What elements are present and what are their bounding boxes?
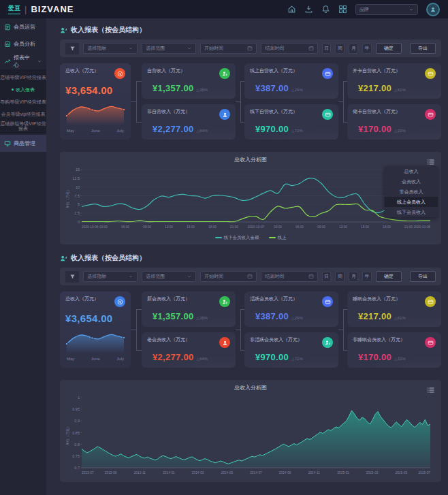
period-button-0[interactable]: 日 bbox=[322, 44, 332, 54]
card-value-row: ¥2,277.00△64% bbox=[147, 124, 230, 134]
sidebar-item-0[interactable]: 会员运营 bbox=[0, 18, 46, 35]
pie-icon bbox=[4, 41, 11, 48]
section-title-text: 收入报表（按会员结构） bbox=[71, 253, 146, 263]
card-delta: △64% bbox=[197, 128, 208, 133]
confirm-button[interactable]: 确定 bbox=[376, 43, 402, 54]
card-delta: △29% bbox=[291, 87, 303, 92]
card-header: 睡眠会员收入（万元） bbox=[353, 296, 436, 307]
sidebar-subitem-label: 导购等级VIP经营报表 bbox=[0, 99, 46, 104]
svg-text:2014-09: 2014-09 bbox=[279, 471, 291, 475]
chevron-down-icon bbox=[37, 59, 42, 64]
download-icon[interactable] bbox=[304, 5, 313, 14]
start-date-input[interactable]: 开始时间 bbox=[200, 43, 257, 54]
connector-line bbox=[240, 309, 241, 350]
person-arrow-icon bbox=[322, 337, 333, 348]
svg-text:0.7: 0.7 bbox=[74, 466, 80, 470]
period-button-2[interactable]: 月 bbox=[349, 272, 358, 282]
sidebar-item-3[interactable]: 商品管理 bbox=[0, 135, 46, 152]
chart-panel-0: 总收入分析图总收入会员收入非会员收入线上会员收入线下会员收入02.557.510… bbox=[60, 152, 441, 244]
svg-text:0.9: 0.9 bbox=[74, 419, 80, 423]
period-button-1[interactable]: 周 bbox=[335, 44, 345, 54]
legend-item[interactable]: 线上 bbox=[269, 235, 287, 241]
sidebar-subitem-0[interactable]: 店铺等级VIP经营报表 bbox=[0, 71, 46, 83]
period-button-1[interactable]: 周 bbox=[335, 272, 345, 282]
sidebar-item-1[interactable]: 会员分析 bbox=[0, 35, 46, 52]
export-button[interactable]: 导出 bbox=[410, 43, 436, 54]
connector-line bbox=[236, 101, 240, 102]
svg-text:21:00: 21:00 bbox=[230, 225, 238, 229]
period-button-3[interactable]: 年 bbox=[362, 44, 372, 54]
period-button-2[interactable]: 月 bbox=[349, 44, 358, 54]
connector-line bbox=[343, 81, 344, 122]
member-report-icon bbox=[60, 27, 67, 34]
chart-menu-item-4[interactable]: 线下会员收入 bbox=[385, 207, 438, 217]
end-date-input[interactable]: 结束时间 bbox=[261, 271, 317, 282]
filter-toggle-button[interactable] bbox=[65, 271, 79, 283]
card-title: 自营收入（万元） bbox=[147, 68, 185, 74]
svg-text:2.5: 2.5 bbox=[74, 211, 80, 215]
svg-text:2014-11: 2014-11 bbox=[308, 471, 321, 475]
range-select-value: 选择范围 bbox=[146, 273, 184, 280]
range-select[interactable]: 选择范围 bbox=[142, 43, 196, 54]
chart-menu-item-3[interactable]: 线上会员收入 bbox=[385, 197, 438, 207]
connector-line bbox=[240, 122, 245, 123]
card-header: 开卡自营收入（万元） bbox=[353, 68, 436, 79]
legend-item[interactable]: 线下会员收入金额 bbox=[215, 235, 259, 241]
money-icon bbox=[114, 296, 125, 307]
card-header: 储卡自营收入（万元） bbox=[353, 109, 436, 120]
confirm-button[interactable]: 确定 bbox=[376, 271, 402, 282]
connector-line bbox=[240, 350, 245, 351]
line-chart: 02.557.51012.5152020-10-0603:0006:0009:0… bbox=[64, 165, 436, 231]
sidebar-subitem-4[interactable]: 店铺群组等级VIP经营报表 bbox=[0, 120, 46, 132]
card-value-row: ¥1,357.00△35% bbox=[147, 311, 230, 321]
sidebar-subitem-2[interactable]: 导购等级VIP经营报表 bbox=[0, 95, 46, 108]
home-icon[interactable] bbox=[287, 5, 296, 14]
range-select-value: 选择范围 bbox=[146, 45, 184, 52]
grid-icon[interactable] bbox=[338, 5, 347, 14]
chart-menu-item-2[interactable]: 非会员收入 bbox=[385, 187, 438, 197]
card-title: 线下自营收入（万元） bbox=[250, 109, 298, 114]
user-glyph-icon bbox=[222, 112, 228, 118]
stat-card-3: 非活跃会员收入（万元）¥970.00△72% bbox=[244, 332, 338, 368]
svg-text:03:00: 03:00 bbox=[99, 225, 108, 229]
month-label: July bbox=[116, 357, 124, 361]
avatar[interactable] bbox=[426, 3, 440, 16]
svg-text:10: 10 bbox=[76, 185, 80, 189]
svg-text:03:00: 03:00 bbox=[274, 225, 282, 229]
trend-icon bbox=[4, 58, 11, 65]
svg-text:15:00: 15:00 bbox=[187, 225, 195, 229]
connector-line bbox=[136, 309, 142, 310]
svg-text:0.8: 0.8 bbox=[74, 443, 80, 447]
range-select[interactable]: 选择范围 bbox=[142, 271, 196, 282]
chart-legend: 线下会员收入金额线上 bbox=[64, 234, 437, 242]
card-title: 非自营收入（万元） bbox=[147, 109, 190, 114]
export-button[interactable]: 导出 bbox=[410, 271, 436, 282]
chart-menu-item-0[interactable]: 总收入 bbox=[385, 166, 438, 176]
start-date-input-value: 开始时间 bbox=[204, 273, 244, 280]
start-date-input[interactable]: 开始时间 bbox=[200, 271, 257, 282]
chart-menu-item-1[interactable]: 会员收入 bbox=[385, 176, 438, 187]
svg-text:2013-11: 2013-11 bbox=[134, 471, 146, 475]
bell-icon[interactable] bbox=[321, 5, 330, 14]
connector-line bbox=[343, 122, 348, 123]
connector-line bbox=[338, 330, 343, 330]
end-date-input[interactable]: 结束时间 bbox=[261, 43, 317, 54]
metric-select[interactable]: 选择指标 bbox=[83, 43, 138, 54]
svg-text:12:00: 12:00 bbox=[165, 225, 173, 229]
list-icon[interactable] bbox=[427, 157, 435, 165]
period-button-0[interactable]: 日 bbox=[322, 272, 332, 282]
svg-text:1: 1 bbox=[78, 396, 80, 400]
filter-toggle-button[interactable] bbox=[65, 43, 79, 54]
card-delta: △64% bbox=[197, 356, 208, 361]
metric-select[interactable]: 选择指标 bbox=[83, 271, 138, 282]
sidebar-subitem-1[interactable]: 收入报表 bbox=[0, 83, 46, 95]
sidebar-subitem-3[interactable]: 会员等级vip经营报表 bbox=[0, 108, 46, 120]
period-button-3[interactable]: 年 bbox=[362, 272, 372, 282]
sidebar-item-2[interactable]: 报表中心 bbox=[0, 52, 46, 69]
calendar-icon bbox=[308, 46, 314, 51]
doc-icon bbox=[4, 24, 11, 31]
list-icon[interactable] bbox=[427, 385, 435, 393]
brand-select[interactable]: 品牌 bbox=[355, 4, 418, 15]
card-value: ¥1,357.00 bbox=[153, 83, 194, 93]
chevron-down-icon bbox=[187, 46, 192, 51]
